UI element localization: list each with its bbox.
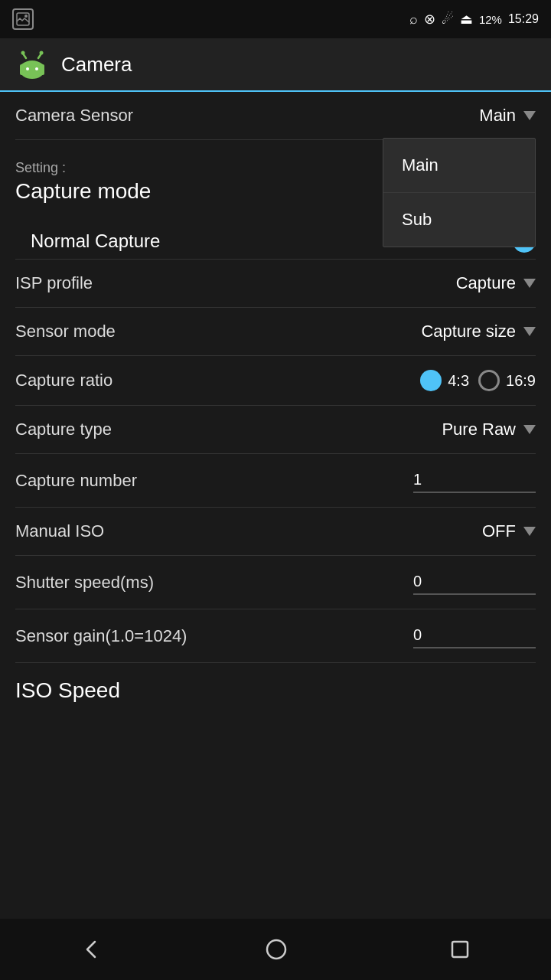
capture-type-row: Capture type Pure Raw: [15, 406, 536, 454]
capture-ratio-label: Capture ratio: [15, 371, 112, 390]
nav-bar: [0, 919, 551, 980]
manual-iso-selected: OFF: [482, 521, 516, 541]
svg-point-8: [21, 51, 25, 55]
ratio-16-9-label: 16:9: [506, 372, 536, 390]
sensor-mode-label: Sensor mode: [15, 322, 116, 341]
status-bar-right: ⌕ ⊗ ☄ ⏏ 12% 15:29: [409, 11, 539, 28]
manual-iso-label: Manual ISO: [15, 521, 104, 541]
sensor-mode-arrow: [523, 327, 536, 336]
sensor-gain-row: Sensor gain(1.0=1024): [15, 609, 536, 663]
signal-icon: ☄: [442, 11, 454, 28]
normal-capture-label: Normal Capture: [31, 230, 160, 252]
ratio-4-3-label: 4:3: [448, 372, 469, 390]
isp-profile-label: ISP profile: [15, 273, 93, 293]
capture-type-selected: Pure Raw: [442, 420, 516, 439]
iso-speed-section: ISO Speed: [15, 663, 536, 710]
capture-type-arrow: [523, 425, 536, 434]
home-button[interactable]: [264, 937, 289, 962]
battery-percent: 12%: [479, 13, 502, 26]
svg-point-1: [24, 15, 28, 18]
ratio-4-3[interactable]: 4:3: [420, 370, 469, 391]
sensor-mode-value[interactable]: Capture size: [421, 322, 536, 341]
back-button[interactable]: [80, 937, 104, 962]
android-logo: [15, 47, 49, 81]
clock: 15:29: [508, 12, 539, 26]
dropdown-item-sub[interactable]: Sub: [383, 193, 535, 247]
svg-rect-11: [452, 942, 468, 957]
svg-rect-3: [20, 64, 44, 75]
shutter-speed-input[interactable]: [413, 570, 536, 595]
ratio-16-9-radio: [478, 370, 500, 391]
manual-iso-row: Manual ISO OFF: [15, 508, 536, 556]
camera-sensor-dropdown-arrow: [523, 111, 536, 120]
isp-profile-row: ISP profile Capture: [15, 260, 536, 308]
capture-number-label: Capture number: [15, 471, 137, 491]
battery-icon: ⏏: [460, 11, 473, 28]
dnd-icon: ⊗: [424, 11, 435, 28]
capture-number-input[interactable]: [413, 468, 536, 493]
sensor-mode-selected: Capture size: [421, 322, 516, 341]
app-bar: Camera: [0, 38, 551, 92]
ratio-16-9[interactable]: 16:9: [478, 370, 536, 391]
svg-point-4: [26, 67, 29, 70]
isp-profile-arrow: [523, 279, 536, 288]
app-title: Camera: [61, 53, 132, 77]
capture-type-label: Capture type: [15, 420, 112, 439]
camera-sensor-value[interactable]: Main: [479, 106, 536, 126]
isp-profile-selected: Capture: [456, 273, 516, 293]
capture-number-row: Capture number: [15, 454, 536, 508]
manual-iso-value[interactable]: OFF: [482, 521, 536, 541]
gallery-icon: [12, 8, 34, 30]
bluetooth-icon: ⌕: [409, 11, 418, 28]
capture-ratio-options: 4:3 16:9: [420, 370, 536, 391]
main-content: Camera Sensor Main Main Sub Setting : Ca…: [0, 92, 551, 710]
status-bar: ⌕ ⊗ ☄ ⏏ 12% 15:29: [0, 0, 551, 38]
manual-iso-arrow: [523, 527, 536, 536]
iso-speed-label: ISO Speed: [15, 678, 120, 711]
svg-point-9: [40, 51, 44, 55]
camera-sensor-selected: Main: [479, 106, 516, 126]
svg-point-5: [35, 67, 38, 70]
camera-sensor-dropdown: Main Sub: [383, 138, 536, 247]
status-bar-left: [12, 8, 34, 30]
capture-type-value[interactable]: Pure Raw: [442, 420, 536, 439]
ratio-4-3-radio: [420, 370, 442, 391]
capture-ratio-row: Capture ratio 4:3 16:9: [15, 356, 536, 406]
svg-point-10: [267, 940, 285, 959]
shutter-speed-row: Shutter speed(ms): [15, 556, 536, 609]
dropdown-item-main[interactable]: Main: [383, 139, 535, 193]
camera-sensor-row: Camera Sensor Main: [15, 92, 536, 140]
camera-sensor-label: Camera Sensor: [15, 106, 133, 126]
recent-button[interactable]: [448, 938, 471, 961]
sensor-gain-input[interactable]: [413, 623, 536, 648]
isp-profile-value[interactable]: Capture: [456, 273, 536, 293]
sensor-mode-row: Sensor mode Capture size: [15, 308, 536, 356]
sensor-gain-label: Sensor gain(1.0=1024): [15, 626, 187, 646]
shutter-speed-label: Shutter speed(ms): [15, 573, 154, 593]
